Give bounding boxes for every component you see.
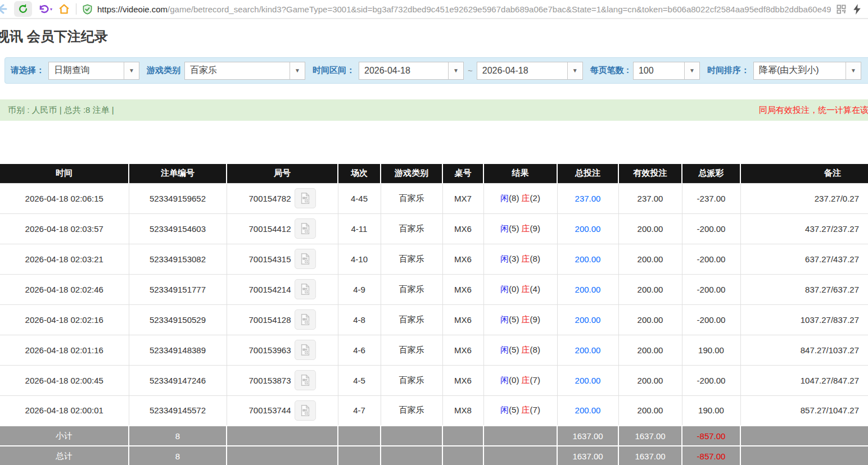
video-replay-button[interactable] [295,218,316,239]
result-player-label: 闲 [500,405,509,414]
date-from-picker[interactable]: ▼ [359,62,464,80]
video-replay-button[interactable] [295,188,316,208]
footer-empty-table [442,426,483,446]
total-bet-link[interactable]: 200.00 [575,376,601,385]
table-row: 2026-04-18 02:01:16523349148389700153963… [0,335,868,365]
video-replay-button[interactable] [295,309,316,330]
date-range-separator: ~ [468,66,473,75]
qr-code-icon[interactable] [837,4,846,14]
cell-result: 闲(5) 庄(9) [483,304,557,335]
footer-empty-session [338,426,381,446]
total-bet-link[interactable]: 200.00 [575,285,601,294]
undo-icon[interactable]: ▾ [38,3,52,15]
video-replay-button[interactable] [295,340,316,360]
cell-remark: 1047.27/847.27 [740,365,868,395]
result-banker-label: 庄 [522,254,530,263]
cell-valid-bet: 200.00 [618,274,682,304]
valid-bet-notice-text: 同局有效投注，统一计算在该局 [759,105,868,116]
game-type-dropdown-arrow-icon[interactable]: ▼ [290,62,305,79]
game-type-combobox[interactable]: ▼ [184,62,305,80]
undo-dropdown-caret[interactable]: ▾ [50,7,52,12]
total-bet-link[interactable]: 200.00 [575,345,601,355]
total-bet-link[interactable]: 237.00 [575,194,601,203]
date-to-input[interactable] [477,62,567,79]
result-banker-points: (8) [530,254,540,263]
query-mode-dropdown-arrow-icon[interactable]: ▼ [124,62,139,79]
date-from-dropdown-arrow-icon[interactable]: ▼ [448,62,463,79]
round-number-text: 700154128 [248,315,291,325]
home-icon[interactable] [58,3,70,15]
refresh-icon[interactable] [14,1,32,17]
page-size-combobox[interactable]: ▼ [633,62,700,80]
table-row: 2026-04-18 02:03:21523349153082700154315… [0,244,868,274]
back-icon[interactable] [0,2,8,16]
page-size-input[interactable] [634,62,684,79]
sort-order-combobox[interactable]: ▼ [753,62,861,80]
result-banker-points: (2) [530,193,540,203]
video-replay-button[interactable] [295,370,316,390]
cell-bet-number: 523349154603 [129,213,227,244]
date-from-input[interactable] [359,62,448,79]
video-file-icon [299,404,311,417]
video-file-icon [299,313,311,326]
summary-bar: 币别 : 人民币 | 总共 :8 注单 | 同局有效投注，统一计算在该局 [0,99,868,121]
video-replay-button[interactable] [295,400,316,421]
total-bet-link[interactable]: 200.00 [575,405,601,415]
result-banker-points: (9) [530,224,540,233]
url-path[interactable]: /game/betrecord_search/kind3?GameType=30… [168,4,831,14]
cell-remark: 237.27/0.27 [740,183,868,213]
video-file-icon [299,253,311,265]
result-player-label: 闲 [500,193,509,203]
game-type-input[interactable] [185,62,290,79]
cell-payout: -200.00 [682,365,740,395]
cell-payout: -237.00 [682,183,740,213]
result-player-label: 闲 [500,224,509,233]
result-player-label: 闲 [500,254,509,263]
cell-valid-bet: 200.00 [618,213,682,244]
cell-session: 4-7 [338,395,381,426]
cell-result: 闲(5) 庄(8) [483,335,557,365]
cell-time: 2026-04-18 02:03:57 [0,213,129,244]
sort-order-dropdown-arrow-icon[interactable]: ▼ [846,62,861,79]
cell-table-number: MX6 [442,335,483,365]
video-file-icon [299,283,311,295]
column-header-6: 结果 [483,164,557,183]
footer-empty-result [483,426,557,446]
result-player-points: (3) [509,254,519,263]
cell-bet-number: 523349147246 [129,365,227,395]
round-number-text: 700154782 [248,194,291,203]
round-number-text: 700153744 [248,405,291,415]
grand-total-row: 总计81637.001637.00-857.00 [0,446,868,465]
column-header-10: 备注 [740,164,868,183]
video-replay-button[interactable] [295,279,316,299]
cell-valid-bet: 200.00 [618,335,682,365]
filter-bar: 请选择： ▼ 游戏类别 ▼ 时间区间： ▼ ~ ▼ 每页笔数 : ▼ 时间排序：… [4,57,868,84]
url-domain[interactable]: https://videoie.com [97,4,168,14]
date-to-picker[interactable]: ▼ [477,62,583,80]
sort-order-input[interactable] [754,62,846,79]
video-replay-button[interactable] [295,249,316,269]
cell-time: 2026-04-18 02:02:16 [0,304,129,335]
cell-result: 闲(0) 庄(7) [483,365,557,395]
cell-payout: -200.00 [682,244,740,274]
url-text[interactable]: https://videoie.com/game/betrecord_searc… [97,4,831,14]
round-number-text: 700154214 [248,285,291,294]
cell-result: 闲(5) 庄(7) [483,395,557,426]
result-banker-label: 庄 [522,345,530,354]
cell-payout: 190.00 [682,335,740,365]
total-bet-link[interactable]: 200.00 [575,224,601,234]
security-shield-icon[interactable] [82,4,93,15]
column-header-4: 游戏类别 [381,164,442,183]
date-to-dropdown-arrow-icon[interactable]: ▼ [567,62,582,79]
cell-round-number: 700154128 [227,304,338,335]
query-mode-input[interactable] [49,62,124,79]
round-number-text: 700153963 [248,345,291,355]
cell-payout: 190.00 [682,395,740,426]
address-bar[interactable]: https://videoie.com/game/betrecord_searc… [82,4,831,15]
lightning-icon[interactable] [853,4,861,15]
total-bet-link[interactable]: 200.00 [575,315,601,325]
total-bet-link[interactable]: 200.00 [575,254,601,264]
page-size-dropdown-arrow-icon[interactable]: ▼ [684,62,699,79]
result-player-points: (5) [509,405,519,414]
query-mode-combobox[interactable]: ▼ [48,62,139,80]
